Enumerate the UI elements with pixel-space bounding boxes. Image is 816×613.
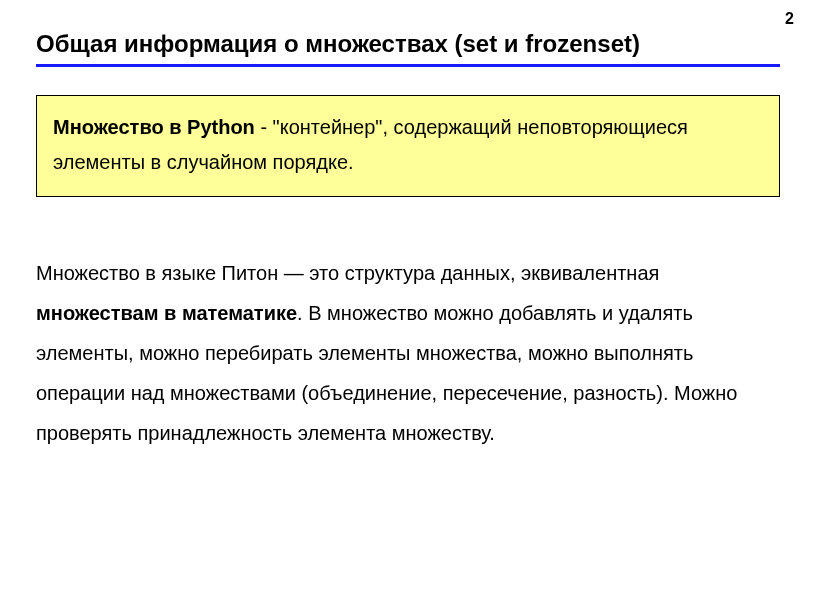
definition-box: Множество в Python - "контейнер", содерж… xyxy=(36,95,780,197)
title-underline xyxy=(36,64,780,67)
definition-term: Множество в Python xyxy=(53,116,255,138)
page-title: Общая информация о множествах (set и fro… xyxy=(36,30,780,58)
body-text-part1: Множество в языке Питон — это структура … xyxy=(36,262,659,284)
page-number: 2 xyxy=(785,10,794,28)
body-text-bold: множествам в математике xyxy=(36,302,297,324)
body-paragraph: Множество в языке Питон — это структура … xyxy=(36,253,780,453)
